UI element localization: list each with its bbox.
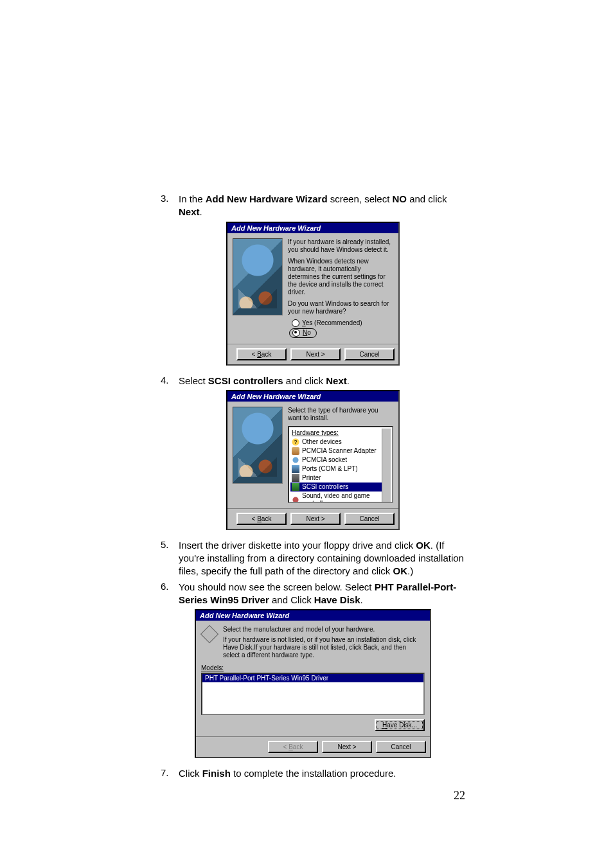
text: .) [407, 565, 413, 576]
radio-icon [292, 329, 300, 337]
text: . [360, 594, 363, 605]
radio-yes[interactable]: Yes (Recommended) [292, 319, 393, 327]
text-bold: SCSI controllers [208, 375, 283, 386]
text: and click [407, 193, 447, 204]
sound-video-icon [292, 496, 299, 503]
pcmcia-socket-icon [292, 456, 299, 464]
instruction-list: 3. In the Add New Hardware Wizard screen… [161, 193, 465, 219]
button-label: ave Disk... [387, 722, 417, 729]
text: ack [262, 515, 272, 522]
text: . [347, 375, 350, 386]
text: You should now see the screen below. Sel… [179, 581, 375, 592]
radio-label: o [307, 329, 311, 336]
text: Click [179, 768, 202, 779]
list-item-selected[interactable]: PHT Parallel-Port PHT-Series Win95 Drive… [202, 674, 423, 682]
text-bold: Finish [202, 768, 231, 779]
step-3: 3. In the Add New Hardware Wizard screen… [161, 193, 465, 219]
dialog-titlebar: Add New Hardware Wizard [227, 223, 398, 233]
text: ack [262, 351, 272, 358]
list-item-label: Printer [302, 474, 321, 482]
list-header: ardware types: [296, 429, 339, 436]
step-7: 7. Click Finish to complete the installa… [161, 767, 465, 780]
mnemonic: B [257, 351, 262, 358]
text-bold: Have Disk [314, 594, 360, 605]
list-item-label: PCMCIA socket [302, 456, 347, 464]
list-item[interactable]: PCMCIA Scanner Adapter [290, 447, 382, 456]
list-item-label: SCSI controllers [302, 483, 348, 491]
text-bold: Next [179, 206, 200, 217]
cancel-button[interactable]: Cancel [376, 741, 426, 753]
list-item-label: Other devices [302, 438, 342, 446]
text: . [200, 206, 202, 217]
step-number: 4. [161, 375, 179, 385]
step-6: 6. You should now see the screen below. … [161, 581, 465, 607]
radio-icon [292, 319, 299, 327]
text-bold: OK [393, 565, 408, 576]
back-button[interactable]: < Back [236, 513, 287, 525]
hardware-type-listbox[interactable]: Hardware types: Other devices PCMCIA Sca… [288, 426, 393, 503]
dialog-text: Select the type of hardware you want to … [288, 407, 393, 422]
dialog-button-bar: < Back Next > Cancel [227, 508, 398, 529]
list-item-label: Ports (COM & LPT) [302, 465, 358, 473]
cancel-button[interactable]: Cancel [344, 348, 395, 360]
pcmcia-icon [292, 447, 299, 455]
radio-label: es (Recommended) [306, 319, 362, 326]
printer-icon [292, 474, 299, 482]
document-page: 3. In the Add New Hardware Wizard screen… [0, 0, 613, 841]
list-item[interactable]: Ports (COM & LPT) [290, 465, 382, 474]
wizard-sidebar-image [233, 238, 283, 315]
list-item-label: PCMCIA Scanner Adapter [302, 447, 377, 455]
text-bold: Add New Hardware Wizard [206, 193, 328, 204]
dialog-text: If your hardware is not listed, or if yo… [223, 636, 425, 659]
step-number: 3. [161, 193, 179, 204]
dialog-text: Select the manufacturer and model of you… [223, 626, 425, 633]
step-number: 5. [161, 539, 179, 550]
cancel-button[interactable]: Cancel [344, 513, 395, 525]
text: Insert the driver diskette into your flo… [179, 540, 416, 551]
list-item[interactable]: Other devices [290, 438, 382, 447]
list-item-selected[interactable]: SCSI controllers [290, 483, 382, 492]
next-button[interactable]: Next > [290, 513, 341, 525]
scsi-icon [292, 483, 299, 491]
next-button[interactable]: Next > [290, 348, 341, 360]
dialog-titlebar: Add New Hardware Wizard [196, 610, 430, 621]
back-button[interactable]: < Back [236, 348, 287, 360]
dialog-button-bar: < Back Next > Cancel [196, 736, 430, 757]
step-4: 4. Select SCSI controllers and click Nex… [161, 375, 465, 387]
models-label: odels: [206, 664, 224, 671]
text: Select [179, 375, 208, 386]
next-button[interactable]: Next > [322, 741, 372, 753]
dialog-add-new-hardware-3: Add New Hardware Wizard Select the manuf… [195, 609, 431, 758]
scrollbar[interactable] [382, 429, 391, 503]
text: and Click [269, 594, 314, 605]
mnemonic: B [257, 515, 262, 522]
list-item[interactable]: Printer [290, 474, 382, 483]
text: < [252, 351, 258, 358]
radio-no-highlighted[interactable]: No [289, 328, 317, 338]
step-text: Select SCSI controllers and click Next. [179, 375, 465, 387]
list-item[interactable]: PCMCIA socket [290, 456, 382, 465]
text-bold: Next [326, 375, 347, 386]
step-text: You should now see the screen below. Sel… [179, 581, 465, 607]
text: screen, select [328, 193, 393, 204]
text: < [283, 743, 289, 750]
mnemonic: B [289, 743, 293, 750]
step-number: 7. [161, 767, 179, 778]
ports-icon [292, 465, 299, 473]
have-disk-button[interactable]: Have Disk... [375, 719, 425, 731]
dialog-text: When Windows detects new hardware, it au… [288, 258, 393, 296]
models-listbox[interactable]: PHT Parallel-Port PHT-Series Win95 Drive… [201, 673, 425, 715]
dialog-button-bar: < Back Next > Cancel [227, 344, 398, 364]
back-button[interactable]: < Back [268, 741, 318, 753]
step-5: 5. Insert the driver diskette into your … [161, 539, 465, 578]
list-item-label: Sound, video and game controllers [302, 492, 380, 503]
dialog-add-new-hardware-1: Add New Hardware Wizard If your hardware… [226, 222, 400, 366]
hardware-category-icon [200, 625, 218, 643]
list-item[interactable]: Sound, video and game controllers [290, 492, 382, 503]
text: In the [179, 193, 206, 204]
step-text: Click Finish to complete the installatio… [179, 767, 465, 780]
dialog-add-new-hardware-2: Add New Hardware Wizard Select the type … [226, 390, 400, 530]
step-number: 6. [161, 581, 179, 592]
text-bold: OK [416, 540, 431, 551]
step-text: Insert the driver diskette into your flo… [179, 539, 465, 578]
